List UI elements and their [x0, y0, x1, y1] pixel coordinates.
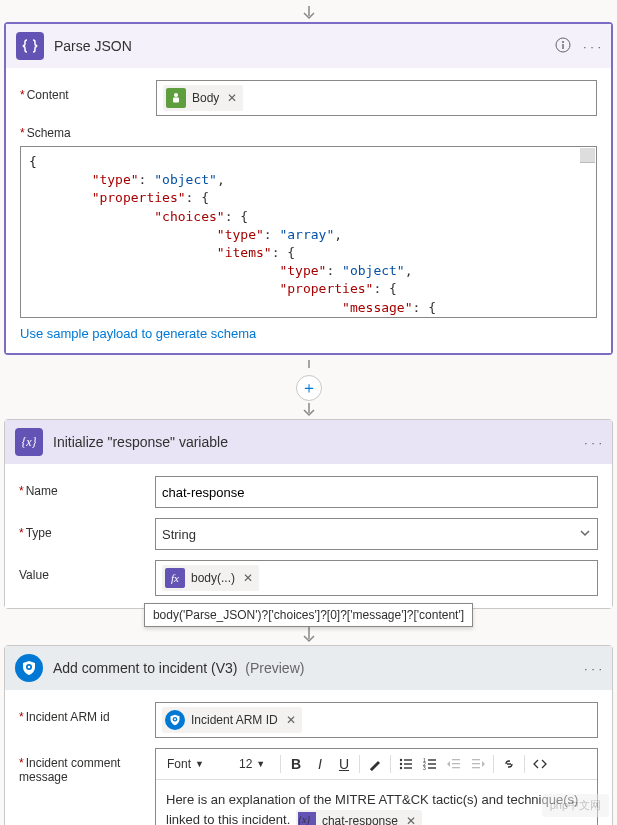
svg-rect-19: [428, 763, 436, 764]
value-label: Value: [19, 560, 155, 582]
incident-arm-token[interactable]: Incident ARM ID ✕: [162, 707, 302, 733]
variable-icon: {x}: [15, 428, 43, 456]
action-card-add-comment: Add comment to incident (V3) (Preview) ·…: [4, 645, 613, 825]
expression-tooltip: body('Parse_JSON')?['choices']?[0]?['mes…: [144, 603, 473, 627]
outdent-button[interactable]: [443, 753, 465, 775]
schema-textarea[interactable]: { "type": "object", "properties": { "cho…: [20, 146, 597, 318]
svg-rect-27: [472, 767, 480, 768]
watermark: php中文网: [542, 794, 609, 817]
add-step-button[interactable]: ＋: [296, 375, 322, 401]
svg-point-9: [174, 718, 176, 720]
body-token-icon: [166, 88, 186, 108]
variable-icon: {x}: [298, 812, 316, 826]
chat-response-token[interactable]: {x} chat-response ✕: [296, 810, 422, 826]
body-token[interactable]: Body ✕: [163, 85, 243, 111]
link-button[interactable]: [498, 753, 520, 775]
svg-text:{x}: {x}: [22, 435, 36, 449]
highlight-button[interactable]: [364, 753, 386, 775]
card-title: Add comment to incident (V3) (Preview): [53, 660, 574, 676]
svg-rect-11: [404, 759, 412, 760]
rte-content[interactable]: Here is an explanation of the MITRE ATT&…: [156, 780, 597, 825]
expression-token[interactable]: fx body(...) ✕: [162, 565, 259, 591]
content-label: *Content: [20, 80, 156, 102]
info-icon[interactable]: [555, 37, 571, 56]
card-title: Parse JSON: [54, 38, 545, 54]
svg-point-10: [400, 759, 402, 761]
sample-payload-link[interactable]: Use sample payload to generate schema: [20, 326, 597, 341]
action-card-init-variable: {x} Initialize "response" variable · · ·…: [4, 419, 613, 609]
more-icon[interactable]: · · ·: [584, 661, 602, 676]
fx-icon: fx: [165, 568, 185, 588]
indent-button[interactable]: [467, 753, 489, 775]
svg-point-14: [400, 767, 402, 769]
more-icon[interactable]: · · ·: [583, 39, 601, 54]
svg-point-1: [562, 41, 564, 43]
preview-badge: (Preview): [245, 660, 304, 676]
content-input[interactable]: Body ✕: [156, 80, 597, 116]
code-view-button[interactable]: [529, 753, 551, 775]
token-text: chat-response: [322, 812, 398, 826]
arm-id-input[interactable]: Incident ARM ID ✕: [155, 702, 598, 738]
svg-rect-25: [472, 759, 480, 760]
sentinel-icon: [15, 654, 43, 682]
rich-text-editor: Font▼ 12▼ B I U: [155, 748, 598, 825]
font-select[interactable]: Font▼: [162, 754, 232, 774]
braces-icon: [16, 32, 44, 60]
more-icon[interactable]: · · ·: [584, 435, 602, 450]
token-remove-icon[interactable]: ✕: [406, 812, 416, 826]
bullet-list-button[interactable]: [395, 753, 417, 775]
name-input[interactable]: [155, 476, 598, 508]
token-remove-icon[interactable]: ✕: [286, 713, 296, 727]
numbered-list-button[interactable]: 123: [419, 753, 441, 775]
name-label: *Name: [19, 476, 155, 498]
connector-arrow-top: [4, 4, 613, 22]
token-text: body(...): [191, 571, 235, 585]
svg-rect-4: [173, 98, 179, 103]
card-title: Initialize "response" variable: [53, 434, 574, 450]
bold-button[interactable]: B: [285, 753, 307, 775]
type-label: *Type: [19, 518, 155, 540]
svg-rect-13: [404, 763, 412, 764]
type-select[interactable]: String: [155, 518, 598, 550]
svg-rect-17: [428, 759, 436, 760]
italic-button[interactable]: I: [309, 753, 331, 775]
size-select[interactable]: 12▼: [234, 754, 276, 774]
svg-text:3: 3: [423, 765, 426, 771]
arm-id-label: *Incident ARM id: [19, 702, 155, 724]
action-card-parse-json: Parse JSON · · · *Content Body ✕: [4, 22, 613, 355]
comment-message-label: *Incident comment message: [19, 748, 155, 784]
card-header[interactable]: Add comment to incident (V3) (Preview) ·…: [5, 646, 612, 690]
svg-rect-24: [452, 767, 460, 768]
rte-toolbar: Font▼ 12▼ B I U: [156, 749, 597, 780]
token-remove-icon[interactable]: ✕: [227, 91, 237, 105]
svg-rect-15: [404, 767, 412, 768]
connector-arrow: [4, 401, 613, 419]
connector-arrow: [4, 357, 613, 375]
svg-rect-22: [452, 759, 460, 760]
token-text: Body: [192, 91, 219, 105]
schema-label: *Schema: [20, 126, 156, 140]
svg-rect-26: [472, 763, 480, 764]
chevron-down-icon: [579, 527, 591, 542]
card-header[interactable]: {x} Initialize "response" variable · · ·: [5, 420, 612, 464]
card-header[interactable]: Parse JSON · · ·: [6, 24, 611, 68]
svg-rect-23: [452, 763, 460, 764]
sentinel-icon: [165, 710, 185, 730]
value-input[interactable]: fx body(...) ✕: [155, 560, 598, 596]
underline-button[interactable]: U: [333, 753, 355, 775]
svg-rect-21: [428, 767, 436, 768]
svg-point-3: [174, 93, 178, 97]
svg-rect-2: [562, 44, 563, 49]
svg-point-7: [28, 666, 31, 669]
token-remove-icon[interactable]: ✕: [243, 571, 253, 585]
svg-point-12: [400, 763, 402, 765]
token-text: Incident ARM ID: [191, 713, 278, 727]
